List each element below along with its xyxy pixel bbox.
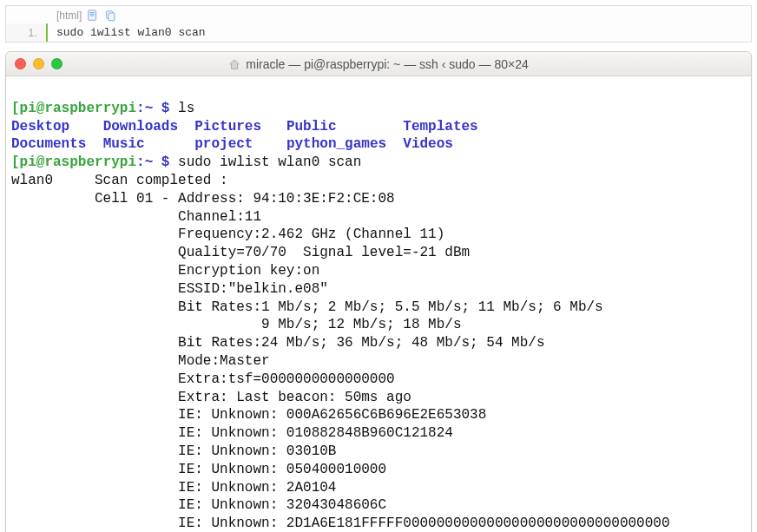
window-traffic-lights <box>15 58 63 69</box>
close-icon[interactable] <box>15 58 26 69</box>
prompt-bracket: [ <box>11 154 20 170</box>
terminal-body[interactable]: [pi@raspberrypi:~ $ ls Desktop Downloads… <box>6 76 751 532</box>
terminal-window: miracle — pi@raspberrypi: ~ — ssh ‹ sudo… <box>5 51 752 532</box>
code-line-number: 1. <box>6 23 48 42</box>
ls-dir: Documents Music project python_games Vid… <box>11 136 453 152</box>
zoom-icon[interactable] <box>51 58 63 69</box>
svg-rect-2 <box>109 13 115 21</box>
code-row: 1. sudo iwlist wlan0 scan <box>6 23 751 42</box>
window-titlebar[interactable]: miracle — pi@raspberrypi: ~ — ssh ‹ sudo… <box>6 52 751 76</box>
code-snippet-header: [html] <box>6 6 751 23</box>
command-ls: ls <box>178 101 194 116</box>
prompt-userhost: pi@raspberrypi <box>20 154 136 170</box>
code-snippet-box: [html] 1. sudo iwlist wlan0 scan <box>5 5 752 43</box>
terminal-output[interactable]: [pi@raspberrypi:~ $ ls Desktop Downloads… <box>11 100 746 532</box>
minimize-icon[interactable] <box>33 58 44 69</box>
window-title-text: miracle — pi@raspberrypi: ~ — ssh ‹ sudo… <box>246 57 528 71</box>
prompt-sep: :~ $ <box>136 154 178 170</box>
ls-dir: Desktop Downloads Pictures Public Templa… <box>11 119 478 135</box>
scan-header: wlan0 Scan completed : <box>11 173 228 188</box>
window-title: miracle — pi@raspberrypi: ~ — ssh ‹ sudo… <box>228 57 528 71</box>
page-icon[interactable] <box>87 10 99 22</box>
code-lang-label: [html] <box>56 10 82 22</box>
prompt-bracket: [ <box>11 101 20 116</box>
scan-cell: Cell 01 - Address: 94:10:3E:F2:CE:08 <box>11 191 395 207</box>
home-icon <box>228 58 240 70</box>
command-scan: sudo iwlist wlan0 scan <box>178 154 361 170</box>
prompt-userhost: pi@raspberrypi <box>20 101 136 116</box>
scan-body: Channel:11 Frequency:2.462 GHz (Channel … <box>11 209 670 532</box>
prompt-sep: :~ $ <box>136 101 178 116</box>
code-line-content[interactable]: sudo iwlist wlan0 scan <box>48 23 214 42</box>
copy-icon[interactable] <box>104 10 116 22</box>
